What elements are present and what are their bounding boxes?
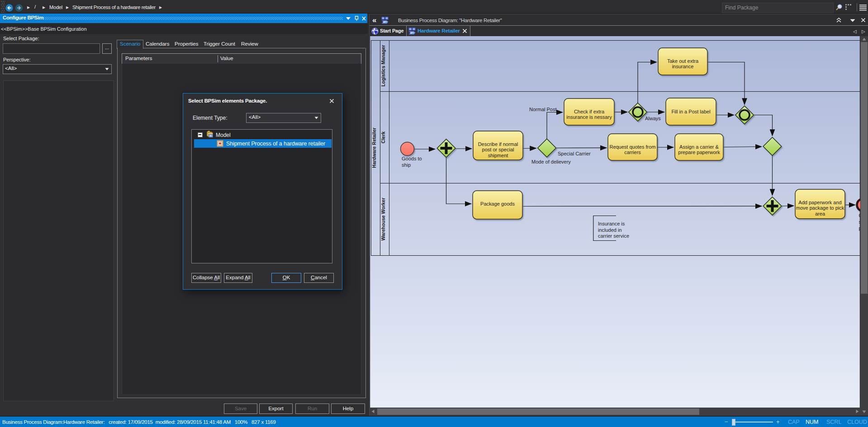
svg-text:insurance: insurance bbox=[672, 64, 694, 69]
svg-text:Package goods: Package goods bbox=[480, 201, 515, 206]
svg-text:insurance is nessary: insurance is nessary bbox=[566, 114, 612, 120]
svg-text:Special Carrier: Special Carrier bbox=[558, 151, 591, 156]
svg-text:Goods to: Goods to bbox=[402, 156, 422, 161]
svg-text:Describe if normal: Describe if normal bbox=[478, 141, 518, 147]
svg-text:Assign a carrier &: Assign a carrier & bbox=[679, 144, 719, 150]
svg-text:Insurance is: Insurance is bbox=[598, 221, 625, 226]
svg-text:carriers: carriers bbox=[624, 150, 641, 155]
svg-text:post or special: post or special bbox=[482, 147, 514, 152]
svg-text:ship: ship bbox=[402, 162, 411, 168]
svg-text:Hardware Retailer: Hardware Retailer bbox=[371, 127, 377, 168]
svg-text:Take out extra: Take out extra bbox=[667, 58, 699, 64]
svg-text:Mode of delievery: Mode of delievery bbox=[531, 159, 571, 164]
svg-text:included in: included in bbox=[598, 227, 622, 233]
svg-text:Logistics Manager: Logistics Manager bbox=[380, 45, 386, 86]
svg-text:Normal Post: Normal Post bbox=[529, 107, 557, 112]
svg-text:Request quotes from: Request quotes from bbox=[609, 144, 655, 150]
svg-text:Add paperwork and: Add paperwork and bbox=[798, 200, 841, 205]
svg-text:Always: Always bbox=[645, 116, 661, 121]
svg-text:carrier service: carrier service bbox=[598, 233, 629, 239]
svg-text:Fill in a Post label: Fill in a Post label bbox=[671, 109, 710, 114]
svg-text:Clerk: Clerk bbox=[380, 131, 386, 143]
svg-text:Warehouse Worker: Warehouse Worker bbox=[380, 197, 386, 240]
svg-text:shipment: shipment bbox=[488, 153, 508, 158]
svg-text:area: area bbox=[815, 211, 825, 216]
svg-text:move package to pick: move package to pick bbox=[796, 205, 844, 211]
svg-text:prepare paperwork: prepare paperwork bbox=[678, 150, 720, 155]
svg-text:Check if extra: Check if extra bbox=[574, 109, 605, 114]
